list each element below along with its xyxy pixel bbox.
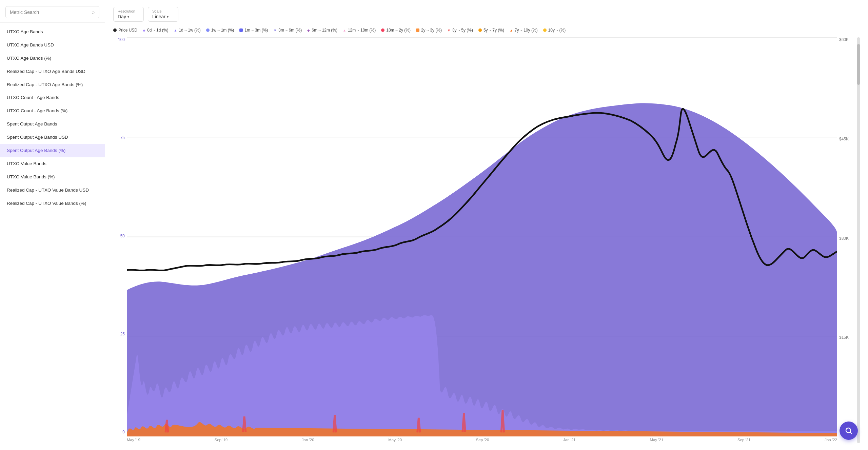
- legend-item-6: ◆6m ~ 12m (%): [307, 28, 337, 33]
- sidebar-item-9[interactable]: Spent Output Age Bands (%): [0, 144, 105, 157]
- sidebar-item-8[interactable]: Spent Output Age Bands USD: [0, 131, 105, 144]
- controls-row: Resolution Day ▾ Scale Linear ▾: [113, 7, 860, 22]
- legend-item-4: 1m ~ 3m (%): [239, 28, 268, 33]
- search-input[interactable]: [10, 9, 92, 15]
- legend-item-11: 5y ~ 7y (%): [478, 28, 504, 33]
- chart-svg-container: [127, 37, 837, 436]
- resolution-label: Resolution: [118, 9, 139, 13]
- scrollbar[interactable]: [857, 37, 860, 443]
- search-box[interactable]: ⌕: [5, 6, 99, 18]
- sidebar-item-7[interactable]: Spent Output Age Bands: [0, 118, 105, 131]
- svg-line-7: [850, 432, 852, 434]
- y-right-label-1: $45K: [839, 137, 856, 141]
- resolution-arrow: ▾: [127, 15, 129, 19]
- resolution-value: Day ▾: [118, 14, 139, 19]
- x-label-6: May '21: [650, 438, 663, 442]
- x-label-4: Sep '20: [476, 438, 489, 442]
- sidebar-item-11[interactable]: UTXO Value Bands (%): [0, 171, 105, 184]
- scale-arrow: ▾: [167, 15, 169, 19]
- x-label-3: May '20: [388, 438, 402, 442]
- y-right-label-3: $15K: [839, 335, 856, 340]
- legend-item-9: 2y ~ 3y (%): [416, 28, 442, 33]
- fab-button[interactable]: [840, 422, 858, 440]
- y-right-label-0: $60K: [839, 37, 856, 42]
- legend-item-1: ◆0d ~ 1d (%): [143, 28, 168, 33]
- y-left-label-0: 100: [118, 37, 125, 42]
- chart-inner: May '19Sep '19Jan '20May '20Sep '20Jan '…: [127, 37, 837, 443]
- sidebar: ⌕ UTXO Age BandsUTXO Age Bands USDUTXO A…: [0, 0, 105, 450]
- y-left-label-4: 0: [122, 430, 125, 434]
- x-axis: May '19Sep '19Jan '20May '20Sep '20Jan '…: [127, 436, 837, 443]
- sidebar-item-13[interactable]: Realized Cap - UTXO Value Bands (%): [0, 197, 105, 210]
- scrollbar-thumb[interactable]: [857, 44, 860, 85]
- search-icon: ⌕: [92, 9, 95, 15]
- x-label-1: Sep '19: [215, 438, 228, 442]
- sidebar-list: UTXO Age BandsUTXO Age Bands USDUTXO Age…: [0, 23, 105, 450]
- x-label-8: Jan '22: [825, 438, 837, 442]
- sidebar-item-12[interactable]: Realized Cap - UTXO Value Bands USD: [0, 184, 105, 197]
- search-container: ⌕: [0, 0, 105, 23]
- sidebar-item-0[interactable]: UTXO Age Bands: [0, 25, 105, 39]
- x-label-0: May '19: [127, 438, 140, 442]
- legend-item-2: ▲1d ~ 1w (%): [174, 28, 200, 33]
- legend-item-10: ▼3y ~ 5y (%): [447, 28, 473, 33]
- legend-item-0: Price USD: [113, 28, 137, 33]
- legend-item-5: ▼3m ~ 6m (%): [273, 28, 302, 33]
- sidebar-item-6[interactable]: UTXO Count - Age Bands (%): [0, 104, 105, 118]
- legend: Price USD◆0d ~ 1d (%)▲1d ~ 1w (%)1w ~ 1m…: [113, 28, 860, 33]
- sidebar-item-3[interactable]: Realized Cap - UTXO Age Bands USD: [0, 65, 105, 78]
- sidebar-item-10[interactable]: UTXO Value Bands: [0, 157, 105, 171]
- y-left-label-1: 75: [120, 135, 125, 140]
- y-left-label-3: 25: [120, 332, 125, 336]
- legend-item-3: 1w ~ 1m (%): [206, 28, 234, 33]
- legend-item-8: 18m ~ 2y (%): [381, 28, 411, 33]
- resolution-control[interactable]: Resolution Day ▾: [113, 7, 144, 22]
- sidebar-item-1[interactable]: UTXO Age Bands USD: [0, 39, 105, 52]
- y-axis-right: $60K$45K$30K$15K: [837, 37, 856, 443]
- y-right-label-2: $30K: [839, 236, 856, 241]
- scale-control[interactable]: Scale Linear ▾: [148, 7, 178, 22]
- sidebar-item-2[interactable]: UTXO Age Bands (%): [0, 52, 105, 65]
- x-label-5: Jan '21: [563, 438, 576, 442]
- scale-value: Linear ▾: [152, 14, 173, 19]
- legend-item-7: ▲12m ~ 18m (%): [343, 28, 376, 33]
- sidebar-item-5[interactable]: UTXO Count - Age Bands: [0, 91, 105, 104]
- y-left-label-2: 50: [120, 234, 125, 238]
- x-label-2: Jan '20: [302, 438, 314, 442]
- legend-item-12: ▲7y ~ 10y (%): [510, 28, 538, 33]
- x-label-7: Sep '21: [737, 438, 751, 442]
- chart-svg: [127, 37, 837, 436]
- y-axis-left: 1007550250: [113, 37, 127, 443]
- main-content: Resolution Day ▾ Scale Linear ▾ Price US…: [105, 0, 868, 450]
- sidebar-item-4[interactable]: Realized Cap - UTXO Age Bands (%): [0, 78, 105, 92]
- scale-label: Scale: [152, 9, 173, 13]
- legend-item-13: 10y ~ (%): [543, 28, 566, 33]
- chart-container: 1007550250: [113, 37, 860, 443]
